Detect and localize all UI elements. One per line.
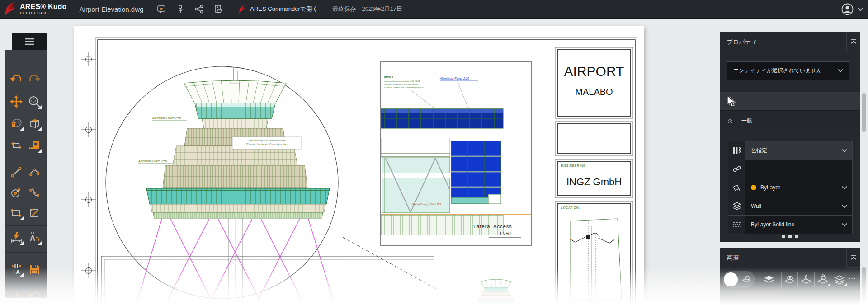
ares-kudo-home[interactable]: ARES® Kudo CLOUD CAD	[4, 2, 67, 16]
flyout-indicator	[20, 272, 24, 277]
sheet-drawing: Glass with tempered 10 mm solar control …	[74, 26, 644, 305]
layer-color-toggle[interactable]	[724, 272, 738, 286]
tower-annotation-1: Aluminum Plates 2:50	[152, 117, 181, 120]
layer-lock-button[interactable]	[815, 272, 831, 287]
redo-button[interactable]	[26, 71, 43, 87]
export-dgn-button[interactable]: DGN	[26, 290, 43, 305]
properties-pagination[interactable]	[720, 235, 860, 238]
line-tool-button[interactable]	[8, 164, 25, 180]
properties-tabstrip	[720, 92, 860, 111]
swap-icon	[10, 140, 23, 151]
download-dwg-button[interactable]: DWG	[8, 290, 25, 305]
glass-note-line1: Glass with tempered 10 mm solar control	[248, 140, 285, 142]
flyout-indicator	[38, 241, 42, 245]
new-layer-button[interactable]	[760, 272, 778, 287]
save-icon	[28, 263, 40, 275]
property-row-linestyle[interactable]: ByLayer Solid line	[728, 216, 852, 234]
share-button[interactable]	[193, 3, 206, 15]
export-drawing-button[interactable]	[212, 3, 225, 15]
line-tool-icon	[10, 166, 22, 178]
panel-scrollbar-thumb[interactable]	[862, 93, 866, 132]
brand-name: ARES® Kudo	[20, 3, 67, 10]
titleblock-engineering-label: ENGINEERING:	[561, 164, 587, 167]
layer-freeze-button[interactable]	[798, 272, 815, 287]
properties-panel: プロパティ エンティティが選択されていません	[720, 32, 860, 242]
undo-button[interactable]	[8, 71, 25, 87]
entity-selection-dropdown[interactable]: エンティティが選択されていません	[727, 61, 849, 80]
arc-tool-button[interactable]	[26, 164, 43, 180]
layers-panel-title: 画層	[727, 254, 739, 262]
comments-button[interactable]	[155, 3, 168, 15]
hatch-tool-button[interactable]	[26, 205, 43, 221]
palette-divider	[5, 284, 47, 284]
spline-tool-button[interactable]	[26, 184, 43, 201]
properties-panel-header: プロパティ	[720, 32, 860, 52]
layer-visibility-button[interactable]	[781, 272, 798, 287]
hamburger-icon	[24, 38, 35, 46]
flyout-indicator	[38, 105, 42, 109]
property-row-color[interactable]: ByLayer	[728, 178, 852, 197]
property-rows: 色指定	[728, 141, 853, 234]
flyout-indicator	[20, 127, 24, 131]
open-in-commander-label: ARES Commanderで開く	[250, 5, 318, 13]
properties-collapse-button[interactable]	[846, 32, 860, 52]
view-cube-button[interactable]	[26, 115, 43, 131]
open-in-commander-button[interactable]: ARES Commanderで開く	[236, 4, 321, 14]
brand-subtitle: CLOUD CAD	[20, 11, 67, 15]
smart-dimension-button[interactable]	[8, 230, 25, 246]
account-menu[interactable]	[841, 0, 863, 19]
tool-palette: A A	[5, 33, 47, 298]
save-button[interactable]	[26, 261, 43, 277]
property-row-link[interactable]	[728, 160, 852, 178]
circle-tool-button[interactable]	[8, 184, 25, 201]
flyout-indicator	[20, 301, 24, 305]
titleblock-location-label: LOCATION:	[561, 206, 580, 209]
property-row-linetype[interactable]: 色指定	[728, 141, 852, 160]
general-section-header[interactable]: 一般	[720, 112, 860, 130]
glass-note-line2: 12 mm air chamber and 10 mm interior gla…	[246, 143, 288, 145]
layer-states-button[interactable]	[831, 272, 848, 287]
document-title: Airport Elevation.dwg	[80, 5, 144, 13]
palette-menu-button[interactable]	[12, 33, 47, 50]
palette-body: A A	[5, 50, 47, 298]
linetype-value: 色指定	[751, 147, 767, 155]
titleblock-city: MALABO	[575, 87, 613, 97]
flyout-indicator	[844, 283, 847, 286]
rectangle-tool-button[interactable]	[8, 205, 25, 221]
bylayer-color-dot	[751, 185, 756, 190]
property-row-layer[interactable]: Wall	[728, 197, 852, 216]
drawing-sheet: Glass with tempered 10 mm solar control …	[74, 26, 644, 305]
metal-note-title: METAL 1:	[384, 76, 394, 79]
layers-icon	[728, 197, 745, 215]
last-saved-status: 最終保存：2023年2月17日	[332, 5, 402, 13]
flyout-indicator	[38, 301, 42, 305]
mouse-cursor	[726, 95, 737, 108]
layers-collapse-button[interactable]	[846, 248, 860, 268]
flyout-indicator	[827, 283, 830, 286]
view-rotate-lock-button[interactable]	[8, 115, 25, 131]
chevron-down-icon	[841, 149, 848, 153]
color-value: ByLayer	[760, 184, 780, 191]
swap-references-button[interactable]	[8, 137, 25, 154]
layers-scrollbar-thumb[interactable]	[862, 267, 866, 300]
chevron-down-icon	[841, 204, 848, 208]
spline-tool-icon	[28, 187, 40, 198]
layers-panel: 画層	[720, 248, 860, 305]
layer-search-toggle[interactable]	[722, 271, 755, 288]
layer-freeze-icon	[801, 274, 811, 285]
pan-button[interactable]	[8, 94, 25, 110]
redo-icon	[28, 73, 41, 85]
sheet-settings-button[interactable]	[26, 137, 43, 154]
circle-tool-icon	[10, 187, 22, 198]
titleblock-project: AIRPORT	[564, 64, 624, 79]
text-align-button[interactable]: A	[8, 261, 25, 277]
text-tool-button[interactable]: A	[26, 230, 43, 246]
zoom-button[interactable]	[26, 94, 43, 110]
avatar-icon	[841, 3, 854, 15]
layers-panel-header: 画層	[720, 248, 860, 268]
layer-more-button[interactable]: ⋯	[849, 274, 856, 282]
hatch-tool-icon	[28, 207, 40, 219]
geolocation-button[interactable]	[174, 3, 187, 15]
dwg-label: DWG	[10, 299, 20, 304]
svg-text:A: A	[30, 234, 35, 243]
